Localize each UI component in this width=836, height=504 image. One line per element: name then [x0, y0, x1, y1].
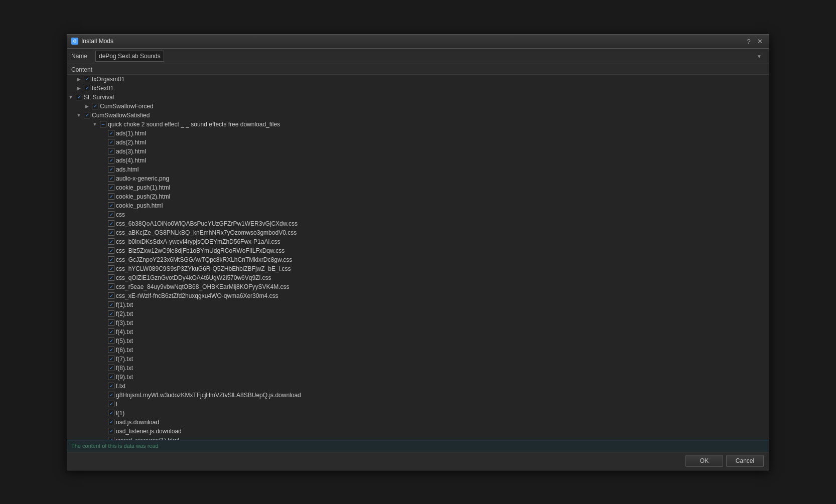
tree-checkbox[interactable] — [108, 365, 114, 371]
tree-item[interactable]: css — [67, 210, 769, 219]
close-button[interactable]: ✕ — [755, 37, 765, 46]
tree-item[interactable]: ads.html — [67, 165, 769, 174]
tree-checkbox[interactable] — [108, 283, 114, 290]
tree-item[interactable]: f(6).txt — [67, 346, 769, 355]
tree-item[interactable]: css_b0lrxDKsSdxA-ywcvI4rypjsQDEYmZhD56Fw… — [67, 237, 769, 246]
tree-item[interactable]: saved_resource(1).html — [67, 436, 769, 440]
tree-item[interactable]: f(3).txt — [67, 318, 769, 327]
tree-checkbox[interactable] — [108, 401, 114, 407]
tree-checkbox[interactable] — [108, 428, 114, 434]
tree-item-label: CumSwallowForced — [100, 103, 154, 110]
tree-checkbox[interactable] — [108, 374, 114, 380]
tree-item[interactable]: f(7).txt — [67, 355, 769, 364]
tree-item[interactable]: cookie_push.html — [67, 201, 769, 210]
tree-item[interactable]: css_aBKcjZe_OS8PNLkBQ_knEmhNRx7yOzomwso3… — [67, 228, 769, 237]
tree-item[interactable]: ▶fxSex01 — [67, 84, 769, 93]
tree-checkbox[interactable] — [108, 310, 114, 317]
tree-checkbox[interactable] — [108, 347, 114, 353]
tree-expander — [99, 166, 106, 173]
tree-checkbox[interactable] — [108, 274, 114, 281]
tree-checkbox[interactable] — [108, 202, 114, 209]
tree-checkbox[interactable] — [108, 338, 114, 344]
tree-item[interactable]: ads(3).html — [67, 147, 769, 156]
tree-checkbox[interactable] — [108, 265, 114, 272]
tree-checkbox[interactable] — [108, 328, 114, 335]
tree-checkbox[interactable] — [108, 383, 114, 389]
tree-checkbox[interactable] — [108, 392, 114, 398]
tree-checkbox[interactable] — [108, 356, 114, 362]
tree-expander[interactable]: ▼ — [91, 121, 98, 128]
tree-item[interactable]: osd_listener.js.download — [67, 427, 769, 436]
tree-checkbox[interactable] — [108, 292, 114, 299]
tree-item[interactable]: f(9).txt — [67, 373, 769, 382]
tree-checkbox[interactable] — [92, 103, 98, 109]
tree-item[interactable]: f.txt — [67, 382, 769, 391]
tree-item[interactable]: f(2).txt — [67, 309, 769, 318]
tree-item[interactable]: css_hYCLW089C9S9sP3ZYkuG6R-Q5ZHbEhblZBFj… — [67, 264, 769, 273]
tree-checkbox[interactable] — [100, 121, 106, 127]
tree-checkbox[interactable] — [108, 166, 114, 173]
tree-checkbox[interactable] — [108, 139, 114, 145]
tree-item[interactable]: ads(1).html — [67, 129, 769, 138]
tree-item[interactable]: audio-x-generic.png — [67, 174, 769, 183]
tree-expander[interactable]: ▶ — [75, 76, 82, 83]
tree-item[interactable]: g8HnjsmLmyWLw3udozKMxTFjcjHmVZtvSlLA8SBU… — [67, 391, 769, 400]
tree-checkbox[interactable] — [108, 301, 114, 308]
tree-checkbox[interactable] — [108, 175, 114, 182]
tree-expander[interactable]: ▶ — [83, 103, 90, 110]
tree-item[interactable]: ▼CumSwallowSatisfied — [67, 111, 769, 120]
tree-item[interactable]: cookie_push(2).html — [67, 192, 769, 201]
tree-expander[interactable]: ▼ — [67, 94, 74, 101]
tree-checkbox[interactable] — [108, 419, 114, 425]
tree-item[interactable]: ads(2).html — [67, 138, 769, 147]
tree-item[interactable]: ▶fxOrgasm01 — [67, 75, 769, 84]
tree-checkbox[interactable] — [84, 112, 90, 118]
tree-item[interactable]: css_6b38QoA1OiNo0WlQABsPuoYUzGFZrPw1WER3… — [67, 219, 769, 228]
tree-checkbox[interactable] — [108, 319, 114, 326]
tree-checkbox[interactable] — [108, 410, 114, 416]
tree-item[interactable]: css_GcJZnpoY223x6MtSGGAwTQpc8kRXLhCnTMki… — [67, 255, 769, 264]
cancel-button[interactable]: Cancel — [726, 455, 764, 467]
tree-item[interactable]: ads(4).html — [67, 156, 769, 165]
tree-checkbox[interactable] — [76, 94, 82, 100]
tree-expander[interactable]: ▶ — [75, 85, 82, 92]
tree-item[interactable]: osd.js.download — [67, 418, 769, 427]
tree-item[interactable]: cookie_push(1).html — [67, 183, 769, 192]
tree-checkbox[interactable] — [108, 184, 114, 191]
tree-item[interactable]: css_xE-rWzlf-fncB6ztZfd2huxqgxu4WO-qwma6… — [67, 291, 769, 300]
tree-checkbox[interactable] — [108, 211, 114, 218]
tree-item[interactable]: ▶CumSwallowForced — [67, 102, 769, 111]
tree-checkbox[interactable] — [108, 247, 114, 254]
tree-item[interactable]: ▼quick choke 2 sound effect _ _ sound ef… — [67, 120, 769, 129]
tree-checkbox[interactable] — [84, 85, 90, 91]
mod-select[interactable]: dePog SexLab Sounds — [95, 51, 164, 62]
tree-expander[interactable]: ▼ — [75, 112, 82, 119]
tree-checkbox[interactable] — [108, 437, 114, 440]
tree-checkbox[interactable] — [108, 220, 114, 227]
tree-expander — [99, 356, 106, 363]
tree-item[interactable]: ▼SL Survival — [67, 93, 769, 102]
tree-item[interactable]: f(8).txt — [67, 364, 769, 373]
tree-checkbox[interactable] — [108, 229, 114, 236]
tree-item[interactable]: l — [67, 400, 769, 409]
tree-checkbox[interactable] — [108, 130, 114, 136]
tree-checkbox[interactable] — [108, 238, 114, 245]
file-tree[interactable]: ▶fxOrgasm01▶fxSex01▼SL Survival▶CumSwall… — [67, 75, 769, 440]
tree-item-label: css_6b38QoA1OiNo0WlQABsPuoYUzGFZrPw1WER3… — [116, 220, 298, 227]
tree-item[interactable]: f(5).txt — [67, 337, 769, 346]
ok-button[interactable]: OK — [685, 455, 723, 467]
tree-checkbox[interactable] — [84, 76, 90, 82]
tree-item[interactable]: l(1) — [67, 409, 769, 418]
help-button[interactable]: ? — [744, 37, 754, 46]
window-icon: ⚙ — [71, 38, 78, 45]
tree-checkbox[interactable] — [108, 148, 114, 154]
tree-expander — [99, 238, 106, 245]
tree-item[interactable]: css_r5eae_84uy9vbwNqtOB68_OHBKEarMij8KOF… — [67, 282, 769, 291]
tree-checkbox[interactable] — [108, 256, 114, 263]
tree-item[interactable]: css_Blz5Zxw12wC9ie8djFb1oBYmUdgRCoRWoFIl… — [67, 246, 769, 255]
tree-item[interactable]: f(4).txt — [67, 327, 769, 337]
tree-checkbox[interactable] — [108, 157, 114, 163]
tree-item[interactable]: f(1).txt — [67, 300, 769, 309]
tree-item[interactable]: css_qOlZlE1GznGvotDDy4kOA4t6UgW2i570w6Vq… — [67, 273, 769, 282]
tree-checkbox[interactable] — [108, 193, 114, 200]
